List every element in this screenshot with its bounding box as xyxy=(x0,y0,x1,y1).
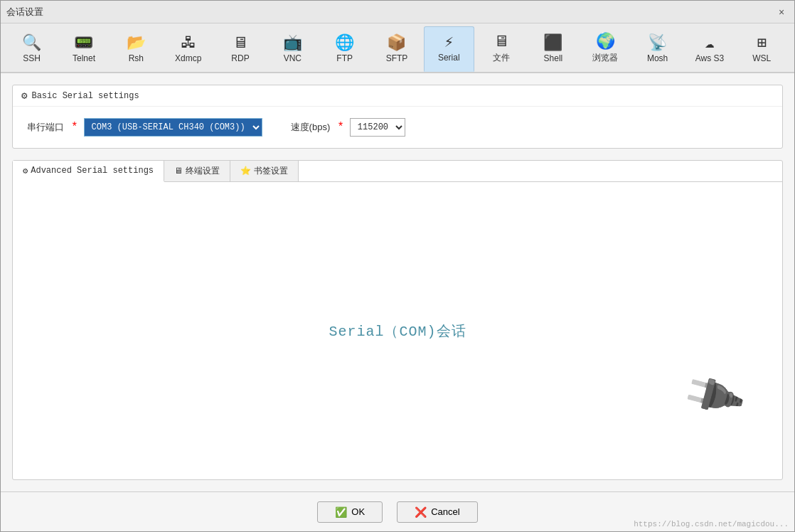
lower-tab-advanced[interactable]: ⚙Advanced Serial settings xyxy=(13,161,164,182)
awss3-tab-label: Aws S3 xyxy=(695,53,724,63)
ok-icon: ✅ xyxy=(335,506,347,518)
lower-tab-terminal[interactable]: 🖥终端设置 xyxy=(164,161,230,181)
session-settings-dialog: 会话设置 × 🔍SSH📟Telnet📂Rsh🖧Xdmcp🖥RDP📺VNC🌐FTP… xyxy=(0,0,795,532)
awss3-tab-icon: ☁ xyxy=(705,36,714,52)
protocol-tab-bar: 🔍SSH📟Telnet📂Rsh🖧Xdmcp🖥RDP📺VNC🌐FTP📦SFTP⚡S… xyxy=(1,23,794,73)
tab-awss3[interactable]: ☁Aws S3 xyxy=(684,26,735,72)
close-button[interactable]: × xyxy=(774,5,789,19)
rdp-tab-icon: 🖥 xyxy=(233,36,248,52)
ok-button[interactable]: ✅ OK xyxy=(317,501,383,523)
xdmcp-tab-label: Xdmcp xyxy=(175,53,201,63)
title-bar: 会话设置 × xyxy=(1,1,794,23)
rsh-tab-icon: 📂 xyxy=(127,36,146,52)
tab-rdp[interactable]: 🖥RDP xyxy=(215,26,265,72)
advanced-lower-tab-label: Advanced Serial settings xyxy=(31,166,154,176)
tab-shell[interactable]: ⬛Shell xyxy=(528,26,578,72)
shell-tab-label: Shell xyxy=(544,53,563,63)
ok-label: OK xyxy=(351,506,365,517)
lower-tab-bar: ⚙Advanced Serial settings🖥终端设置⭐书签设置 xyxy=(13,161,782,182)
basic-serial-body: 串行端口 * COM3 (USB-SERIAL CH340 (COM3))COM… xyxy=(13,107,782,148)
sftp-tab-icon: 📦 xyxy=(387,36,406,52)
speed-label: 速度(bps) xyxy=(291,121,331,134)
mosh-tab-label: Mosh xyxy=(647,53,668,63)
browser-tab-icon: 🌍 xyxy=(596,35,615,50)
speed-row: 速度(bps) * 9600192003840057600115200 xyxy=(291,118,405,137)
tab-vnc[interactable]: 📺VNC xyxy=(267,26,318,72)
rsh-tab-label: Rsh xyxy=(129,53,144,63)
ssh-tab-icon: 🔍 xyxy=(22,36,41,52)
port-row: 串行端口 * COM3 (USB-SERIAL CH340 (COM3))COM… xyxy=(27,118,262,137)
terminal-lower-tab-icon: 🖥 xyxy=(174,166,183,176)
lower-section: ⚙Advanced Serial settings🖥终端设置⭐书签设置 Seri… xyxy=(12,160,783,480)
settings-icon: ⚙ xyxy=(21,90,27,102)
url-hint: https://blog.csdn.net/magicdou... xyxy=(634,520,789,528)
tab-ssh[interactable]: 🔍SSH xyxy=(6,26,57,72)
tab-ftp[interactable]: 🌐FTP xyxy=(319,26,370,72)
ftp-tab-label: FTP xyxy=(336,53,353,63)
browser-tab-label: 浏览器 xyxy=(592,52,618,64)
basic-serial-header: ⚙ Basic Serial settings xyxy=(13,85,782,107)
xdmcp-tab-icon: 🖧 xyxy=(181,36,196,52)
tab-xdmcp[interactable]: 🖧Xdmcp xyxy=(163,26,213,72)
serial-com-text: Serial（COM)会话 xyxy=(329,321,466,341)
tab-wsl[interactable]: ⊞WSL xyxy=(737,26,787,72)
vnc-tab-label: VNC xyxy=(284,53,302,63)
tab-sftp[interactable]: 📦SFTP xyxy=(371,26,422,72)
bookmark-lower-tab-label: 书签设置 xyxy=(254,165,288,177)
ftp-tab-icon: 🌐 xyxy=(335,36,354,52)
port-label: 串行端口 xyxy=(27,121,64,134)
tab-serial[interactable]: ⚡Serial xyxy=(424,26,474,72)
dialog-title: 会话设置 xyxy=(6,6,43,18)
mosh-tab-icon: 📡 xyxy=(648,36,667,52)
bookmark-lower-tab-icon: ⭐ xyxy=(240,166,251,176)
vnc-tab-icon: 📺 xyxy=(283,36,302,52)
basic-serial-title: Basic Serial settings xyxy=(31,91,139,101)
plug-icon: 🔌 xyxy=(677,360,749,432)
shell-tab-icon: ⬛ xyxy=(543,36,562,52)
basic-serial-section: ⚙ Basic Serial settings 串行端口 * COM3 (USB… xyxy=(12,85,783,149)
lower-content-area: Serial（COM)会话 🔌 xyxy=(13,182,782,479)
terminal-lower-tab-label: 终端设置 xyxy=(186,165,220,177)
wsl-tab-icon: ⊞ xyxy=(757,36,767,52)
cancel-button[interactable]: ❌ Cancel xyxy=(397,501,477,523)
speed-required: * xyxy=(337,121,344,134)
rdp-tab-label: RDP xyxy=(231,53,249,63)
telnet-tab-label: Telnet xyxy=(73,53,95,63)
wsl-tab-label: WSL xyxy=(752,53,771,63)
port-required: * xyxy=(71,121,78,134)
cancel-label: Cancel xyxy=(431,506,459,517)
advanced-lower-tab-icon: ⚙ xyxy=(23,166,28,176)
main-content: ⚙ Basic Serial settings 串行端口 * COM3 (USB… xyxy=(1,73,794,491)
telnet-tab-icon: 📟 xyxy=(74,36,93,52)
port-select[interactable]: COM3 (USB-SERIAL CH340 (COM3))COM1COM2 xyxy=(84,118,262,137)
tab-telnet[interactable]: 📟Telnet xyxy=(58,26,109,72)
lower-tab-bookmark[interactable]: ⭐书签设置 xyxy=(230,161,299,181)
serial-tab-icon: ⚡ xyxy=(444,36,454,51)
serial-tab-label: Serial xyxy=(438,53,460,63)
file-tab-label: 文件 xyxy=(493,52,510,64)
tab-browser[interactable]: 🌍浏览器 xyxy=(580,26,631,72)
tab-rsh[interactable]: 📂Rsh xyxy=(111,26,161,72)
sftp-tab-label: SFTP xyxy=(386,53,408,63)
cancel-icon: ❌ xyxy=(415,506,427,518)
ssh-tab-label: SSH xyxy=(23,53,41,63)
tab-file[interactable]: 🖥文件 xyxy=(476,26,526,72)
tab-mosh[interactable]: 📡Mosh xyxy=(632,26,683,72)
speed-select[interactable]: 9600192003840057600115200 xyxy=(350,118,405,137)
file-tab-icon: 🖥 xyxy=(493,35,509,50)
